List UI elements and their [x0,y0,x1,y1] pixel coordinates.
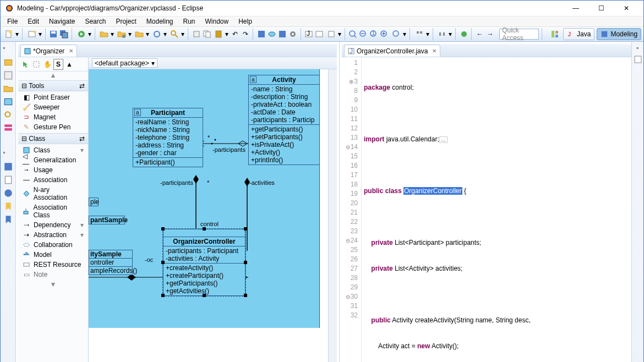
zoom-out-button[interactable] [358,28,368,40]
dropdown-icon[interactable]: ▾ [337,30,342,38]
vp-class-button[interactable] [256,28,266,40]
minimize-button[interactable]: — [563,1,588,16]
dropdown-icon[interactable]: ▾ [38,30,42,38]
tool-point-eraser[interactable]: ◧Point Eraser [18,92,88,102]
pi-rest[interactable]: REST Resource [18,260,88,270]
menu-modeling[interactable]: Modeling [142,17,178,26]
zoom-100-button[interactable]: 1 [369,28,379,40]
resize-handle[interactable] [244,294,247,297]
uml-activity[interactable]: aActivity -name : String -description : … [248,75,320,165]
menu-navigate[interactable]: Navigate [45,17,79,26]
canvas-scrollbar-v[interactable] [328,69,337,362]
dropdown-icon[interactable]: ▾ [80,146,84,154]
freehand-tool[interactable]: ▲ [64,59,74,70]
vp-gear-button[interactable] [288,28,298,40]
resize-handle[interactable] [161,261,165,264]
pi-note[interactable]: ▭Note [18,270,88,279]
vp-usecase-button[interactable] [267,28,276,40]
collapse-up-icon[interactable]: ▲ [18,72,88,80]
uml-fragment[interactable]: itySample ontroller ampleRecords() [89,250,133,275]
dropdown-icon[interactable]: ▾ [225,30,229,38]
dropdown-icon[interactable]: ▾ [425,30,430,38]
close-button[interactable]: ✕ [614,1,639,16]
pan-tool[interactable]: ✋ [42,59,52,70]
dropdown-icon[interactable]: ▾ [448,30,452,38]
uml-canvas[interactable]: aParticipant -realName : String -nickNam… [89,69,328,362]
dropdown-icon[interactable]: ▾ [163,30,167,38]
tab-java[interactable]: J OrganizerController.java ✕ [344,45,440,57]
fold-icon[interactable]: ⊕ [348,77,354,86]
dropdown-icon[interactable]: ▾ [181,30,185,38]
run-button[interactable] [75,28,88,40]
resize-handle[interactable] [203,294,206,297]
menu-project[interactable]: Project [111,17,140,26]
pi-abstraction[interactable]: ⇢Abstraction▾ [18,230,88,240]
resize-handle[interactable] [244,227,247,231]
save-all-button[interactable] [59,28,69,40]
orm-pane-icon[interactable] [3,123,13,133]
close-icon[interactable]: ✕ [432,48,436,54]
restore-icon-2[interactable]: ▫ [3,149,13,158]
description-icon[interactable] [3,175,13,185]
redo-button[interactable]: ↷ [241,28,250,40]
tool-gesture-pen[interactable]: ✎Gesture Pen [18,122,88,132]
quick-access-input[interactable]: Quick Access [499,29,539,40]
dropdown-icon[interactable]: ▾ [110,30,114,38]
search-button[interactable] [168,28,181,40]
tab-organizer[interactable]: *Organizer ✕ [20,45,77,57]
logical-view-icon[interactable] [3,110,13,120]
palette-class-header[interactable]: ⊟ Class⇄ [18,133,88,144]
copy-button[interactable] [202,28,211,40]
cursor-tool[interactable] [20,59,30,70]
paste-button[interactable] [212,28,225,40]
open-build-button[interactable] [116,28,128,40]
dropdown-icon[interactable]: ▾ [128,30,132,38]
project-explorer-icon[interactable] [3,57,13,67]
collapse-down-icon[interactable]: ▼ [18,281,88,289]
perspective-java[interactable]: JJava [563,28,594,40]
pi-association[interactable]: —Association [18,175,88,185]
model-explorer-icon[interactable] [3,84,13,94]
vp-save-button[interactable] [277,28,287,40]
back-button[interactable]: ← [475,28,484,40]
align-button[interactable] [413,28,425,40]
package-selector[interactable]: <default package>▾ [92,58,157,68]
fold-icon[interactable]: ⊖ [345,236,351,245]
zoom-in-button[interactable] [380,28,389,40]
uml-organizer-controller[interactable]: OrganizerController -participants : Part… [163,229,245,296]
new-button[interactable] [3,28,15,40]
bookmark-icon[interactable] [3,201,13,211]
restore-icon[interactable]: ▫ [636,44,638,52]
stereo-tool[interactable]: S [53,59,63,70]
diagram-navigator-icon[interactable] [3,70,13,80]
close-icon[interactable]: ✕ [69,48,73,54]
pi-model[interactable]: Model [18,250,88,260]
restore-icon[interactable]: ▫ [3,44,13,54]
dropdown-icon[interactable]: ▾ [88,30,92,38]
pi-nary[interactable]: N-ary Association [18,185,88,202]
uml-fragment[interactable]: pantSample [89,216,125,224]
resize-handle[interactable] [244,261,247,264]
uml-fragment[interactable]: ple [89,198,99,206]
pi-assoc-class[interactable]: Association Class [18,202,88,220]
perspective-modeling[interactable]: Modeling [597,28,641,40]
tool-sweeper[interactable]: 🧹Sweeper [18,102,88,112]
dropdown-icon[interactable]: ▾ [15,30,19,38]
code-editor[interactable]: package control; import java.util.Calend… [362,57,632,362]
menu-help[interactable]: Help [234,17,256,26]
fold-icon[interactable]: ⊖ [345,142,351,152]
fold-icon[interactable]: ⊖ [345,292,351,301]
outline-icon[interactable] [634,55,642,64]
pi-generalization[interactable]: ◁—Generalization [18,155,88,165]
cut-button[interactable] [192,28,201,40]
open-button[interactable] [98,28,110,40]
palette-tools-header[interactable]: ⊟ Tools⇄ [18,80,88,91]
open-type-button[interactable] [151,28,163,40]
vp-code-button[interactable]: J [304,28,313,40]
new-diagram-button[interactable] [26,28,38,40]
vp-export-button[interactable] [325,28,337,40]
dropdown-icon[interactable]: ▾ [80,231,84,239]
message-icon[interactable] [3,188,13,198]
pi-dependency[interactable]: ⤏Dependency▾ [18,220,88,230]
lasso-tool[interactable] [31,59,41,70]
